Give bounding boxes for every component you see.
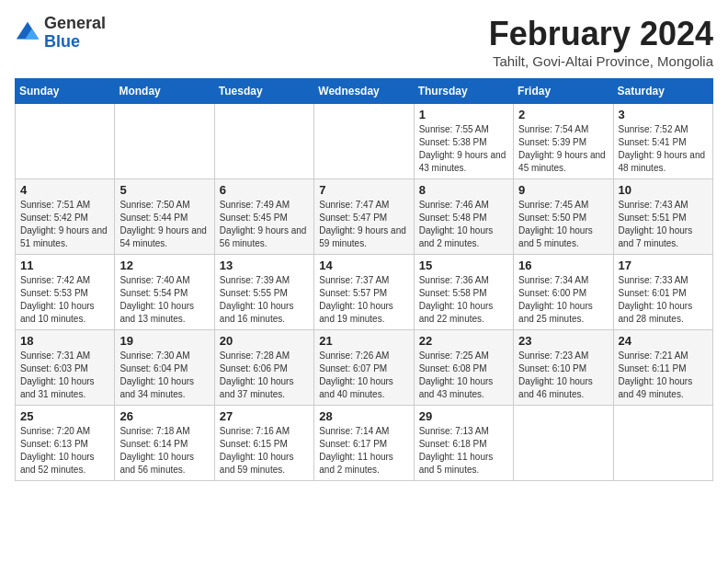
day-number: 21 <box>319 334 408 348</box>
day-number: 1 <box>419 108 508 121</box>
day-number: 2 <box>518 108 608 121</box>
calendar-table: SundayMondayTuesdayWednesdayThursdayFrid… <box>15 78 713 481</box>
calendar-cell: 17Sunrise: 7:33 AM Sunset: 6:01 PM Dayli… <box>613 255 712 330</box>
month-title: February 2024 <box>489 15 713 53</box>
day-info: Sunrise: 7:34 AM Sunset: 6:00 PM Dayligh… <box>518 274 608 326</box>
day-info: Sunrise: 7:43 AM Sunset: 5:51 PM Dayligh… <box>619 199 708 250</box>
day-info: Sunrise: 7:16 AM Sunset: 6:15 PM Dayligh… <box>220 425 309 477</box>
day-info: Sunrise: 7:20 AM Sunset: 6:13 PM Dayligh… <box>20 425 109 477</box>
calendar-cell: 27Sunrise: 7:16 AM Sunset: 6:15 PM Dayli… <box>214 406 313 481</box>
calendar-cell: 7Sunrise: 7:47 AM Sunset: 5:47 PM Daylig… <box>314 179 414 255</box>
title-block: February 2024 Tahilt, Govi-Altai Provinc… <box>489 15 713 69</box>
day-number: 29 <box>419 409 508 423</box>
calendar-cell: 23Sunrise: 7:23 AM Sunset: 6:10 PM Dayli… <box>514 330 613 406</box>
day-info: Sunrise: 7:54 AM Sunset: 5:39 PM Dayligh… <box>518 123 608 175</box>
day-info: Sunrise: 7:47 AM Sunset: 5:47 PM Dayligh… <box>319 199 408 250</box>
day-number: 25 <box>20 409 109 423</box>
calendar-cell: 13Sunrise: 7:39 AM Sunset: 5:55 PM Dayli… <box>214 255 313 330</box>
day-info: Sunrise: 7:25 AM Sunset: 6:08 PM Dayligh… <box>419 350 508 401</box>
calendar-week-row: 11Sunrise: 7:42 AM Sunset: 5:53 PM Dayli… <box>16 255 713 330</box>
day-number: 16 <box>518 259 608 272</box>
day-info: Sunrise: 7:46 AM Sunset: 5:48 PM Dayligh… <box>419 199 508 250</box>
day-info: Sunrise: 7:18 AM Sunset: 6:14 PM Dayligh… <box>119 425 209 477</box>
day-number: 22 <box>419 334 508 348</box>
weekday-header: Friday <box>514 79 613 104</box>
day-info: Sunrise: 7:26 AM Sunset: 6:07 PM Dayligh… <box>319 350 408 401</box>
day-number: 7 <box>319 183 408 197</box>
calendar-cell: 25Sunrise: 7:20 AM Sunset: 6:13 PM Dayli… <box>16 406 115 481</box>
calendar-cell: 22Sunrise: 7:25 AM Sunset: 6:08 PM Dayli… <box>414 330 513 406</box>
day-number: 28 <box>319 409 408 423</box>
calendar-cell: 3Sunrise: 7:52 AM Sunset: 5:41 PM Daylig… <box>613 104 712 179</box>
day-info: Sunrise: 7:37 AM Sunset: 5:57 PM Dayligh… <box>319 274 408 326</box>
calendar-cell: 26Sunrise: 7:18 AM Sunset: 6:14 PM Dayli… <box>115 406 214 481</box>
day-info: Sunrise: 7:39 AM Sunset: 5:55 PM Dayligh… <box>220 274 309 326</box>
calendar-week-row: 4Sunrise: 7:51 AM Sunset: 5:42 PM Daylig… <box>16 179 713 255</box>
calendar-week-row: 18Sunrise: 7:31 AM Sunset: 6:03 PM Dayli… <box>16 330 713 406</box>
day-number: 15 <box>419 259 508 272</box>
day-info: Sunrise: 7:36 AM Sunset: 5:58 PM Dayligh… <box>419 274 508 326</box>
day-info: Sunrise: 7:21 AM Sunset: 6:11 PM Dayligh… <box>619 350 708 401</box>
weekday-header: Monday <box>115 79 214 104</box>
page-header: General Blue February 2024 Tahilt, Govi-… <box>15 15 713 69</box>
calendar-cell: 10Sunrise: 7:43 AM Sunset: 5:51 PM Dayli… <box>613 179 712 255</box>
logo-general: General <box>44 15 106 33</box>
day-info: Sunrise: 7:50 AM Sunset: 5:44 PM Dayligh… <box>119 199 209 250</box>
day-number: 8 <box>419 183 508 197</box>
weekday-header: Saturday <box>613 79 712 104</box>
calendar-cell <box>314 104 414 179</box>
day-number: 4 <box>20 183 109 197</box>
calendar-cell: 16Sunrise: 7:34 AM Sunset: 6:00 PM Dayli… <box>514 255 613 330</box>
day-info: Sunrise: 7:14 AM Sunset: 6:17 PM Dayligh… <box>319 425 408 477</box>
calendar-cell: 1Sunrise: 7:55 AM Sunset: 5:38 PM Daylig… <box>414 104 513 179</box>
day-number: 19 <box>119 334 209 348</box>
calendar-cell <box>613 406 712 481</box>
logo: General Blue <box>15 15 106 52</box>
day-info: Sunrise: 7:13 AM Sunset: 6:18 PM Dayligh… <box>419 425 508 477</box>
day-number: 17 <box>619 259 708 272</box>
day-number: 18 <box>20 334 109 348</box>
calendar-week-row: 25Sunrise: 7:20 AM Sunset: 6:13 PM Dayli… <box>16 406 713 481</box>
day-info: Sunrise: 7:40 AM Sunset: 5:54 PM Dayligh… <box>119 274 209 326</box>
logo-icon <box>15 20 40 46</box>
day-number: 12 <box>119 259 209 272</box>
day-info: Sunrise: 7:28 AM Sunset: 6:06 PM Dayligh… <box>220 350 309 401</box>
calendar-cell <box>514 406 613 481</box>
calendar-cell: 6Sunrise: 7:49 AM Sunset: 5:45 PM Daylig… <box>214 179 313 255</box>
logo-text: General Blue <box>44 15 106 52</box>
calendar-cell: 29Sunrise: 7:13 AM Sunset: 6:18 PM Dayli… <box>414 406 513 481</box>
calendar-cell: 28Sunrise: 7:14 AM Sunset: 6:17 PM Dayli… <box>314 406 414 481</box>
calendar-cell <box>115 104 214 179</box>
weekday-header: Thursday <box>414 79 513 104</box>
day-info: Sunrise: 7:55 AM Sunset: 5:38 PM Dayligh… <box>419 123 508 175</box>
day-info: Sunrise: 7:42 AM Sunset: 5:53 PM Dayligh… <box>20 274 109 326</box>
location: Tahilt, Govi-Altai Province, Mongolia <box>489 53 713 69</box>
day-number: 20 <box>220 334 309 348</box>
day-number: 3 <box>619 108 708 121</box>
day-number: 6 <box>220 183 309 197</box>
calendar-cell: 4Sunrise: 7:51 AM Sunset: 5:42 PM Daylig… <box>16 179 115 255</box>
calendar-cell: 14Sunrise: 7:37 AM Sunset: 5:57 PM Dayli… <box>314 255 414 330</box>
day-info: Sunrise: 7:23 AM Sunset: 6:10 PM Dayligh… <box>518 350 608 401</box>
calendar-cell: 18Sunrise: 7:31 AM Sunset: 6:03 PM Dayli… <box>16 330 115 406</box>
day-number: 14 <box>319 259 408 272</box>
day-number: 26 <box>119 409 209 423</box>
weekday-header: Wednesday <box>314 79 414 104</box>
calendar-cell: 12Sunrise: 7:40 AM Sunset: 5:54 PM Dayli… <box>115 255 214 330</box>
day-number: 27 <box>220 409 309 423</box>
weekday-header: Tuesday <box>214 79 313 104</box>
calendar-week-row: 1Sunrise: 7:55 AM Sunset: 5:38 PM Daylig… <box>16 104 713 179</box>
day-number: 11 <box>20 259 109 272</box>
calendar-cell: 24Sunrise: 7:21 AM Sunset: 6:11 PM Dayli… <box>613 330 712 406</box>
day-info: Sunrise: 7:30 AM Sunset: 6:04 PM Dayligh… <box>119 350 209 401</box>
calendar-cell: 20Sunrise: 7:28 AM Sunset: 6:06 PM Dayli… <box>214 330 313 406</box>
calendar-cell: 11Sunrise: 7:42 AM Sunset: 5:53 PM Dayli… <box>16 255 115 330</box>
calendar-cell: 19Sunrise: 7:30 AM Sunset: 6:04 PM Dayli… <box>115 330 214 406</box>
day-number: 23 <box>518 334 608 348</box>
day-number: 9 <box>518 183 608 197</box>
day-number: 24 <box>619 334 708 348</box>
day-number: 5 <box>119 183 209 197</box>
calendar-cell: 5Sunrise: 7:50 AM Sunset: 5:44 PM Daylig… <box>115 179 214 255</box>
calendar-cell: 21Sunrise: 7:26 AM Sunset: 6:07 PM Dayli… <box>314 330 414 406</box>
calendar-cell: 8Sunrise: 7:46 AM Sunset: 5:48 PM Daylig… <box>414 179 513 255</box>
